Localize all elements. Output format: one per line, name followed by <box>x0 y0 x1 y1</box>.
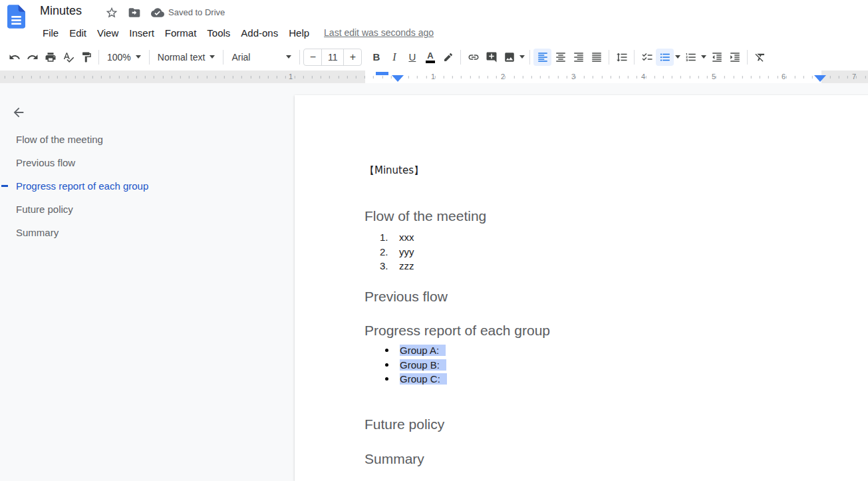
insert-image-button[interactable] <box>500 49 518 66</box>
cloud-done-icon[interactable] <box>151 6 164 19</box>
bullet-icon <box>385 349 388 352</box>
document-page[interactable]: 【Minutes】 Flow of the meeting 1. xxx 2. … <box>295 95 868 481</box>
ruler-number: 4 <box>641 73 645 80</box>
menu-tools[interactable]: Tools <box>202 25 235 41</box>
menu-format[interactable]: Format <box>160 25 202 41</box>
bulleted-list[interactable]: Group A: Group B: Group C: <box>295 343 447 387</box>
clear-format-icon <box>754 51 766 63</box>
numbered-list-icon <box>685 51 697 63</box>
close-outline-button[interactable] <box>9 103 28 122</box>
list-item: 3. zzz <box>295 259 414 273</box>
insert-link-button[interactable] <box>464 49 482 66</box>
align-left-button[interactable] <box>533 49 551 66</box>
list-number: 2. <box>380 246 398 257</box>
highlight-color-button[interactable] <box>439 49 457 66</box>
italic-icon: I <box>392 51 396 63</box>
last-edit-link[interactable]: Last edit was seconds ago <box>324 27 434 38</box>
menu-view[interactable]: View <box>92 25 124 41</box>
star-icon[interactable] <box>105 6 118 19</box>
left-indent-marker[interactable] <box>392 75 404 82</box>
zoom-select[interactable]: 100% <box>102 50 146 65</box>
align-right-button[interactable] <box>569 49 587 66</box>
list-text[interactable]: yyy <box>399 246 414 257</box>
font-family-select[interactable]: Arial <box>227 50 296 65</box>
selected-list-text[interactable]: Group C: <box>400 373 447 385</box>
checklist-button[interactable] <box>638 49 656 66</box>
print-button[interactable] <box>41 49 59 66</box>
image-menu-chevron-icon[interactable] <box>519 55 525 59</box>
outline-item-previous[interactable]: Previous flow <box>0 151 286 174</box>
list-text[interactable]: xxx <box>399 232 414 243</box>
header-bar: Minutes Saved to Drive File Edit View In… <box>0 0 868 44</box>
bulleted-list-chevron-icon[interactable] <box>675 55 680 59</box>
selected-list-text[interactable]: Group B: <box>400 359 446 371</box>
outline-item-flow[interactable]: Flow of the meeting <box>0 128 286 151</box>
menu-edit[interactable]: Edit <box>64 25 92 41</box>
menu-insert[interactable]: Insert <box>124 25 160 41</box>
first-line-indent-marker[interactable] <box>376 72 388 75</box>
numbered-list-button[interactable] <box>682 49 700 66</box>
doc-heading-previous[interactable]: Previous flow <box>364 289 448 305</box>
outline-item-future[interactable]: Future policy <box>0 198 286 221</box>
print-icon <box>45 51 57 63</box>
italic-button[interactable]: I <box>385 49 403 66</box>
right-indent-marker[interactable] <box>814 75 826 82</box>
ruler-number: 1 <box>431 73 435 80</box>
outline-item-label: Progress report of each group <box>16 180 148 192</box>
list-item: Group B: <box>295 358 447 373</box>
docs-logo-icon[interactable] <box>7 5 25 29</box>
bold-button[interactable]: B <box>367 49 385 66</box>
toolbar-divider <box>98 50 99 65</box>
doc-heading-summary[interactable]: Summary <box>364 451 424 467</box>
saved-status: Saved to Drive <box>168 7 225 17</box>
doc-heading-progress[interactable]: Progress report of each group <box>364 323 550 339</box>
google-docs-window: Minutes Saved to Drive File Edit View In… <box>0 0 868 481</box>
numbered-list-chevron-icon[interactable] <box>701 55 706 59</box>
highlighter-icon <box>442 51 454 63</box>
move-folder-icon[interactable] <box>128 6 141 19</box>
undo-button[interactable] <box>5 49 23 66</box>
paragraph-style-select[interactable]: Normal text <box>153 50 220 65</box>
underline-button[interactable]: U <box>403 49 421 66</box>
undo-icon <box>9 51 21 63</box>
list-text[interactable]: zzz <box>399 260 414 271</box>
align-center-button[interactable] <box>551 49 569 66</box>
outline-item-progress[interactable]: Progress report of each group <box>0 174 286 198</box>
text-color-button[interactable]: A <box>421 49 439 66</box>
zoom-value: 100% <box>107 52 131 63</box>
bulleted-list-button[interactable] <box>656 49 674 66</box>
document-title[interactable]: Minutes <box>40 4 82 18</box>
font-size-input[interactable]: 11 <box>321 49 344 65</box>
indent-decrease-button[interactable] <box>708 49 726 66</box>
add-comment-button[interactable] <box>482 49 500 66</box>
redo-button[interactable] <box>23 49 41 66</box>
decrease-font-size-button[interactable]: − <box>304 49 321 65</box>
increase-font-size-button[interactable]: + <box>344 49 361 65</box>
numbered-list[interactable]: 1. xxx 2. yyy 3. zzz <box>295 230 414 273</box>
paint-format-button[interactable] <box>77 49 95 66</box>
bold-icon: B <box>372 51 380 63</box>
checklist-icon <box>641 51 653 63</box>
doc-inline-title[interactable]: 【Minutes】 <box>364 164 424 177</box>
outline-item-label: Summary <box>16 227 59 238</box>
selected-list-text[interactable]: Group A: <box>400 345 446 356</box>
justify-button[interactable] <box>587 49 605 66</box>
outline-item-summary[interactable]: Summary <box>0 221 286 244</box>
clear-formatting-button[interactable] <box>751 49 769 66</box>
toolbar-divider <box>609 50 609 65</box>
chevron-down-icon <box>210 55 215 59</box>
menu-addons[interactable]: Add-ons <box>235 25 283 41</box>
indent-increase-button[interactable] <box>726 49 744 66</box>
toolbar: 100% Normal text Arial − 11 + B I U <box>0 44 868 70</box>
line-spacing-button[interactable] <box>613 49 631 66</box>
spellcheck-button[interactable] <box>59 49 77 66</box>
align-left-icon <box>537 51 549 63</box>
toolbar-divider <box>747 50 748 65</box>
menu-help[interactable]: Help <box>283 25 315 41</box>
doc-heading-future[interactable]: Future policy <box>364 416 444 432</box>
bulleted-list-icon <box>659 51 671 63</box>
doc-heading-flow[interactable]: Flow of the meeting <box>364 208 486 224</box>
menu-file[interactable]: File <box>37 25 64 41</box>
bullet-icon <box>385 377 388 381</box>
horizontal-ruler[interactable]: 1 1 2 3 4 5 6 7 <box>0 71 868 83</box>
